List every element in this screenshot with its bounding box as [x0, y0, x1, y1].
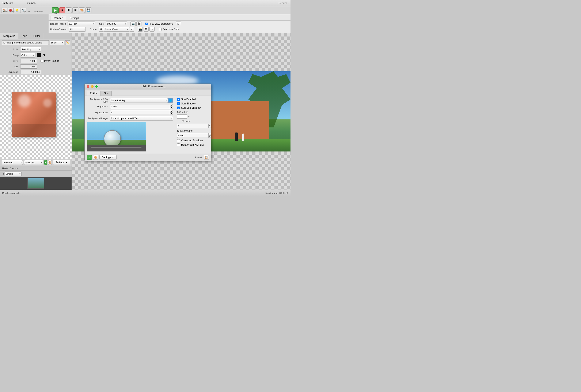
update-select[interactable]: All: [69, 27, 86, 32]
sun-shadow-row: Sun Shadow: [175, 102, 209, 105]
editor-tab[interactable]: Editor: [30, 33, 43, 39]
material-name-input[interactable]: [2, 40, 49, 45]
preset-select[interactable]: 06. High: [68, 21, 95, 26]
material-preview-area: [0, 75, 72, 159]
bg-image-select-wrapper: /Users/skipmacdonald/Deskt: [110, 116, 173, 121]
bg-sky-select[interactable]: Spherical Sky: [110, 98, 168, 103]
sun-color-dropdown[interactable]: ▼: [188, 115, 190, 118]
hazy-input[interactable]: [177, 124, 208, 128]
status-bar: Render stopped... Render time: 00:02:00: [0, 190, 290, 196]
sun-soft-shadow-row: Sun Soft Shadow: [175, 106, 209, 109]
size-label: Size:: [2, 60, 18, 62]
hazy-stepper-btns: ▲ ▼: [208, 124, 211, 128]
fit-to-view-checkbox-label[interactable]: Fit to view proportions: [145, 22, 173, 25]
dialog-apply-btn[interactable]: ✓: [87, 155, 92, 160]
cube-highlight-1: [18, 94, 30, 107]
ior-input[interactable]: [20, 64, 37, 68]
sun-strength-input[interactable]: [177, 133, 208, 138]
size-select-wrapper: 800x600: [106, 21, 127, 26]
invert-texture-checkbox[interactable]: [40, 60, 43, 62]
scene-cam-btn[interactable]: 📸: [138, 27, 143, 32]
selection-only-checkbox[interactable]: [159, 28, 162, 31]
scene-icon-btn[interactable]: ⊞: [99, 27, 104, 32]
apply-btn[interactable]: ✓: [44, 160, 47, 165]
fit-icon-btn[interactable]: ⊡: [176, 21, 181, 26]
corrected-shadows-checkbox[interactable]: [177, 139, 180, 142]
sketchup-select[interactable]: SketchUp: [24, 160, 43, 165]
sun-shadow-checkbox[interactable]: [177, 102, 180, 105]
sun-strength-up[interactable]: ▲: [208, 133, 211, 135]
render-region-btn[interactable]: ⊞: [72, 7, 78, 13]
scene-select[interactable]: Current View: [104, 27, 129, 32]
selection-only-label[interactable]: Selection Only: [159, 28, 178, 31]
tools-tab[interactable]: Tools: [18, 33, 30, 39]
color-select[interactable]: SketchUp: [20, 47, 42, 52]
bg-image-select[interactable]: /Users/skipmacdonald/Deskt: [110, 116, 173, 121]
render-play-btn[interactable]: ▶: [52, 7, 59, 13]
panel-settings-btn[interactable]: Settings ▼: [53, 160, 70, 165]
maximize-traffic-light[interactable]: [95, 85, 98, 88]
sun-enabled-label: Sun Enabled: [181, 98, 196, 101]
scene-view-btn[interactable]: 🖼: [144, 27, 149, 32]
sun-color-picker-row: ▼: [175, 114, 209, 119]
sky-rotation-up[interactable]: ▲: [170, 110, 173, 112]
settings-tab[interactable]: Settings: [66, 15, 82, 20]
sun-soft-shadow-checkbox[interactable]: [177, 106, 180, 109]
brightness-down[interactable]: ▼: [170, 106, 173, 109]
bump-select[interactable]: Color: [20, 53, 35, 58]
eyedropper-btn[interactable]: ✏️: [65, 40, 70, 45]
dialog-material-icon-btn[interactable]: 🎨: [93, 155, 98, 160]
sun-enabled-row: Sun Enabled: [175, 98, 209, 101]
bump-color-arrow[interactable]: ▼: [43, 53, 46, 57]
simple-select[interactable]: Simple: [5, 172, 22, 176]
brightness-up[interactable]: ▲: [170, 104, 173, 106]
bg-sky-select-wrapper: Spherical Sky: [110, 98, 168, 103]
fit-to-view-checkbox[interactable]: [145, 22, 148, 25]
dialog-settings-btn[interactable]: Settings ▼: [100, 155, 116, 160]
env-editor-tab[interactable]: Editor: [87, 91, 100, 96]
render-stop-btn[interactable]: ■: [59, 7, 65, 13]
sun-strength-label: Sun Strength:: [177, 129, 192, 132]
panel-settings-label: Settings: [55, 161, 64, 164]
sun-strength-down[interactable]: ▼: [208, 135, 211, 138]
env-sun-tab[interactable]: Sun: [101, 91, 112, 96]
material-icon-btn[interactable]: 🎨: [48, 160, 52, 165]
hazy-down[interactable]: ▼: [208, 126, 211, 128]
templates-tab[interactable]: Templates: [0, 33, 18, 39]
invert-texture-label[interactable]: Invert Texture: [40, 59, 59, 62]
dialog-content: Background / Sky Type: Spherical Sky 🌐 B…: [85, 96, 211, 154]
sun-color-label: Sun Color:: [177, 110, 188, 113]
scene-dropdown-btn[interactable]: ▼: [129, 27, 134, 32]
scene-down-btn[interactable]: ▼: [150, 27, 154, 32]
preset-icon-btn[interactable]: 📋: [204, 155, 209, 160]
render-pause-btn[interactable]: ⏸: [66, 7, 72, 13]
render-tab[interactable]: Render: [50, 15, 66, 20]
sun-enabled-checkbox[interactable]: [177, 98, 180, 101]
hazy-up[interactable]: ▲: [208, 124, 211, 126]
sky-rotation-input[interactable]: [110, 110, 170, 115]
sky-type-icon[interactable]: 🌐: [168, 98, 173, 103]
color-select-wrapper: SketchUp: [20, 47, 42, 52]
p-label: P:: [2, 173, 4, 175]
minimize-traffic-light[interactable]: [91, 85, 94, 88]
shininess-input[interactable]: [20, 70, 42, 74]
sky-rotation-down[interactable]: ▼: [170, 112, 173, 115]
material-select[interactable]: Select: [50, 40, 64, 45]
sun-color-swatch[interactable]: [177, 114, 187, 119]
brightness-input[interactable]: [110, 104, 170, 109]
rotate-sun-checkbox[interactable]: [177, 143, 180, 146]
bump-color-swatch[interactable]: [37, 53, 41, 57]
render-mat-btn[interactable]: 🎨: [79, 7, 85, 13]
dialog-right: Sun Enabled Sun Shadow Sun Soft Shadow: [175, 98, 209, 151]
size-select[interactable]: 800x600: [106, 21, 127, 26]
size-input[interactable]: [20, 59, 37, 63]
icon-toolbar: 🏠 💡 🔭 ▶ ■ ⏸ ⊞ 🎨 💾 Light Tool: [0, 6, 290, 14]
camera-icon-btn[interactable]: 📷: [130, 21, 136, 26]
render-save-btn[interactable]: 💾: [86, 7, 92, 13]
size-row: Size: Invert Texture: [0, 58, 72, 64]
sky-rotation-row: Sky Rotation: ▲ ▼: [87, 110, 173, 115]
advanced-select[interactable]: Advanced: [2, 160, 23, 165]
camera2-icon-btn[interactable]: 🎥: [136, 21, 142, 26]
ior-row: IOR:: [0, 64, 72, 69]
close-traffic-light[interactable]: [87, 85, 89, 88]
